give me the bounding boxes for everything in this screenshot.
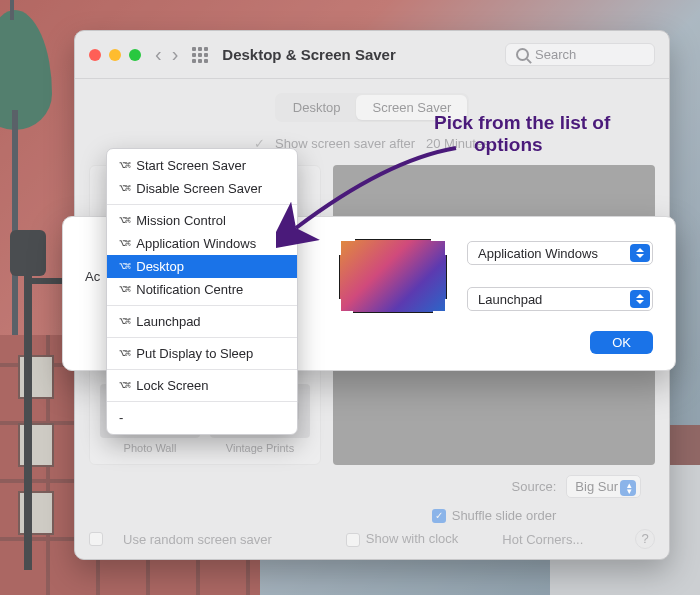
corner-preview [339,239,447,313]
menu-item-start-screensaver[interactable]: ⌥⌘Start Screen Saver [107,154,297,177]
menu-separator [107,305,297,306]
zoom-icon[interactable] [129,49,141,61]
window-title: Desktop & Screen Saver [222,46,395,63]
search-placeholder: Search [535,47,576,62]
bottom-right-corner-select[interactable]: Launchpad [467,287,653,311]
show-all-icon[interactable] [192,47,208,63]
chevron-up-down-icon [630,244,650,262]
menu-separator [107,204,297,205]
traffic-lights[interactable] [89,49,141,61]
menu-item-none[interactable]: - [107,406,297,429]
menu-item-desktop[interactable]: ⌥⌘Desktop [107,255,297,278]
corner-action-menu[interactable]: ⌥⌘Start Screen Saver ⌥⌘Disable Screen Sa… [106,148,298,435]
window-toolbar: ‹ › Desktop & Screen Saver Search [75,31,669,79]
minimize-icon[interactable] [109,49,121,61]
search-icon [516,48,529,61]
search-field[interactable]: Search [505,43,655,66]
back-button[interactable]: ‹ [155,43,162,66]
menu-item-disable-screensaver[interactable]: ⌥⌘Disable Screen Saver [107,177,297,200]
annotation-text: Pick from the list of options [434,112,610,156]
menu-item-launchpad[interactable]: ⌥⌘Launchpad [107,310,297,333]
close-icon[interactable] [89,49,101,61]
menu-item-application-windows[interactable]: ⌥⌘Application Windows [107,232,297,255]
top-right-corner-select[interactable]: Application Windows [467,241,653,265]
forward-button[interactable]: › [172,43,179,66]
ok-button[interactable]: OK [590,331,653,354]
menu-item-lock-screen[interactable]: ⌥⌘Lock Screen [107,374,297,397]
menu-item-mission-control[interactable]: ⌥⌘Mission Control [107,209,297,232]
menu-separator [107,369,297,370]
menu-item-notification-centre[interactable]: ⌥⌘Notification Centre [107,278,297,301]
menu-separator [107,337,297,338]
menu-item-put-display-to-sleep[interactable]: ⌥⌘Put Display to Sleep [107,342,297,365]
chevron-up-down-icon [630,290,650,308]
menu-separator [107,401,297,402]
